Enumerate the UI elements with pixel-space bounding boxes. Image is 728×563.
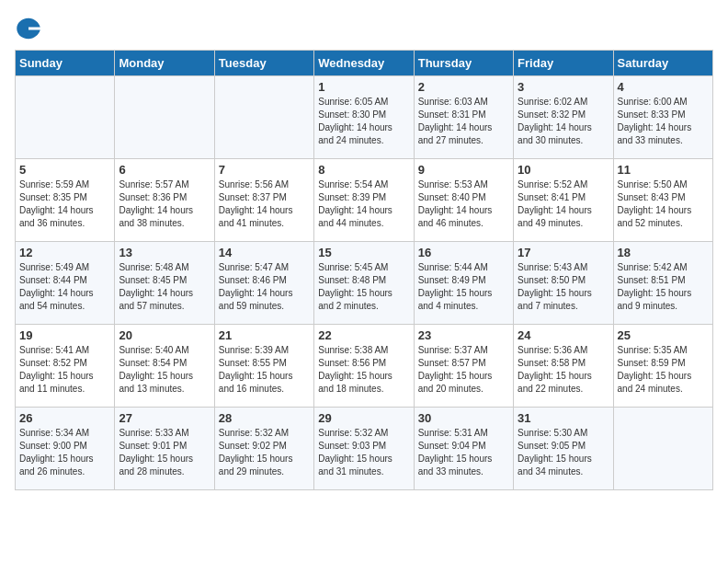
- day-number: 10: [518, 163, 609, 177]
- day-number: 29: [318, 411, 409, 425]
- day-cell: 27Sunrise: 5:33 AM Sunset: 9:01 PM Dayli…: [115, 408, 214, 490]
- logo-icon: [15, 15, 42, 42]
- header-cell-thursday: Thursday: [414, 51, 513, 76]
- day-info: Sunrise: 5:30 AM Sunset: 9:05 PM Dayligh…: [518, 427, 609, 478]
- calendar-table: SundayMondayTuesdayWednesdayThursdayFrid…: [15, 50, 713, 490]
- day-number: 1: [318, 80, 409, 94]
- week-row-5: 26Sunrise: 5:34 AM Sunset: 9:00 PM Dayli…: [16, 408, 713, 490]
- day-cell: 31Sunrise: 5:30 AM Sunset: 9:05 PM Dayli…: [514, 408, 613, 490]
- day-cell: 10Sunrise: 5:52 AM Sunset: 8:41 PM Dayli…: [514, 159, 613, 242]
- day-number: 30: [418, 411, 509, 425]
- day-number: 21: [219, 328, 310, 342]
- day-info: Sunrise: 5:54 AM Sunset: 8:39 PM Dayligh…: [318, 178, 409, 230]
- day-info: Sunrise: 5:32 AM Sunset: 9:03 PM Dayligh…: [318, 427, 409, 478]
- day-cell: 8Sunrise: 5:54 AM Sunset: 8:39 PM Daylig…: [314, 159, 414, 242]
- day-cell: 9Sunrise: 5:53 AM Sunset: 8:40 PM Daylig…: [414, 159, 513, 242]
- day-info: Sunrise: 5:45 AM Sunset: 8:48 PM Dayligh…: [318, 261, 409, 313]
- day-cell: 3Sunrise: 6:02 AM Sunset: 8:32 PM Daylig…: [514, 76, 613, 159]
- calendar-header: SundayMondayTuesdayWednesdayThursdayFrid…: [16, 51, 713, 76]
- day-info: Sunrise: 5:48 AM Sunset: 8:45 PM Dayligh…: [119, 261, 210, 313]
- day-cell: 20Sunrise: 5:40 AM Sunset: 8:54 PM Dayli…: [115, 325, 214, 408]
- day-cell: 24Sunrise: 5:36 AM Sunset: 8:58 PM Dayli…: [514, 325, 613, 408]
- day-info: Sunrise: 6:05 AM Sunset: 8:30 PM Dayligh…: [318, 96, 409, 147]
- header-cell-tuesday: Tuesday: [214, 51, 313, 76]
- day-info: Sunrise: 5:35 AM Sunset: 8:59 PM Dayligh…: [618, 344, 709, 396]
- day-cell: [214, 76, 313, 159]
- day-cell: 1Sunrise: 6:05 AM Sunset: 8:30 PM Daylig…: [314, 76, 414, 159]
- day-cell: 15Sunrise: 5:45 AM Sunset: 8:48 PM Dayli…: [314, 242, 414, 325]
- day-number: 8: [318, 163, 409, 177]
- day-number: 25: [618, 328, 709, 342]
- day-number: 4: [618, 80, 709, 94]
- week-row-3: 12Sunrise: 5:49 AM Sunset: 8:44 PM Dayli…: [16, 242, 713, 325]
- day-number: 6: [119, 163, 210, 177]
- header-cell-saturday: Saturday: [613, 51, 712, 76]
- day-cell: 30Sunrise: 5:31 AM Sunset: 9:04 PM Dayli…: [414, 408, 513, 490]
- day-number: 12: [19, 246, 110, 259]
- day-info: Sunrise: 5:40 AM Sunset: 8:54 PM Dayligh…: [119, 344, 210, 396]
- day-info: Sunrise: 5:44 AM Sunset: 8:49 PM Dayligh…: [418, 261, 509, 313]
- week-row-2: 5Sunrise: 5:59 AM Sunset: 8:35 PM Daylig…: [16, 159, 713, 242]
- day-cell: 14Sunrise: 5:47 AM Sunset: 8:46 PM Dayli…: [214, 242, 313, 325]
- day-info: Sunrise: 5:32 AM Sunset: 9:02 PM Dayligh…: [219, 427, 310, 478]
- day-number: 18: [618, 246, 709, 259]
- day-number: 3: [518, 80, 609, 94]
- day-info: Sunrise: 5:36 AM Sunset: 8:58 PM Dayligh…: [518, 344, 609, 396]
- day-info: Sunrise: 5:37 AM Sunset: 8:57 PM Dayligh…: [418, 344, 509, 396]
- day-info: Sunrise: 5:42 AM Sunset: 8:51 PM Dayligh…: [618, 261, 709, 313]
- day-cell: 19Sunrise: 5:41 AM Sunset: 8:52 PM Dayli…: [16, 325, 115, 408]
- day-info: Sunrise: 5:50 AM Sunset: 8:43 PM Dayligh…: [618, 178, 709, 230]
- day-cell: 21Sunrise: 5:39 AM Sunset: 8:55 PM Dayli…: [214, 325, 313, 408]
- day-info: Sunrise: 5:57 AM Sunset: 8:36 PM Dayligh…: [119, 178, 210, 230]
- day-number: 17: [518, 246, 609, 259]
- day-cell: 17Sunrise: 5:43 AM Sunset: 8:50 PM Dayli…: [514, 242, 613, 325]
- day-info: Sunrise: 5:59 AM Sunset: 8:35 PM Dayligh…: [19, 178, 110, 230]
- day-number: 23: [418, 328, 509, 342]
- day-info: Sunrise: 6:03 AM Sunset: 8:31 PM Dayligh…: [418, 96, 509, 147]
- day-cell: 11Sunrise: 5:50 AM Sunset: 8:43 PM Dayli…: [613, 159, 712, 242]
- day-cell: 26Sunrise: 5:34 AM Sunset: 9:00 PM Dayli…: [16, 408, 115, 490]
- day-info: Sunrise: 5:34 AM Sunset: 9:00 PM Dayligh…: [19, 427, 110, 478]
- day-cell: 2Sunrise: 6:03 AM Sunset: 8:31 PM Daylig…: [414, 76, 513, 159]
- day-number: 15: [318, 246, 409, 259]
- header-cell-sunday: Sunday: [16, 51, 115, 76]
- day-cell: [115, 76, 214, 159]
- day-info: Sunrise: 5:43 AM Sunset: 8:50 PM Dayligh…: [518, 261, 609, 313]
- day-info: Sunrise: 5:47 AM Sunset: 8:46 PM Dayligh…: [219, 261, 310, 313]
- day-cell: 25Sunrise: 5:35 AM Sunset: 8:59 PM Dayli…: [613, 325, 712, 408]
- header-cell-friday: Friday: [514, 51, 613, 76]
- day-number: 28: [219, 411, 310, 425]
- day-info: Sunrise: 5:41 AM Sunset: 8:52 PM Dayligh…: [19, 344, 110, 396]
- day-cell: 13Sunrise: 5:48 AM Sunset: 8:45 PM Dayli…: [115, 242, 214, 325]
- day-number: 2: [418, 80, 509, 94]
- day-number: 9: [418, 163, 509, 177]
- day-info: Sunrise: 5:39 AM Sunset: 8:55 PM Dayligh…: [219, 344, 310, 396]
- day-info: Sunrise: 5:38 AM Sunset: 8:56 PM Dayligh…: [318, 344, 409, 396]
- day-number: 20: [119, 328, 210, 342]
- week-row-4: 19Sunrise: 5:41 AM Sunset: 8:52 PM Dayli…: [16, 325, 713, 408]
- day-number: 19: [19, 328, 110, 342]
- day-cell: 23Sunrise: 5:37 AM Sunset: 8:57 PM Dayli…: [414, 325, 513, 408]
- day-number: 7: [219, 163, 310, 177]
- day-info: Sunrise: 5:49 AM Sunset: 8:44 PM Dayligh…: [19, 261, 110, 313]
- day-info: Sunrise: 6:00 AM Sunset: 8:33 PM Dayligh…: [618, 96, 709, 147]
- week-row-1: 1Sunrise: 6:05 AM Sunset: 8:30 PM Daylig…: [16, 76, 713, 159]
- day-info: Sunrise: 6:02 AM Sunset: 8:32 PM Dayligh…: [518, 96, 609, 147]
- day-info: Sunrise: 5:52 AM Sunset: 8:41 PM Dayligh…: [518, 178, 609, 230]
- day-cell: [613, 408, 712, 490]
- calendar-body: 1Sunrise: 6:05 AM Sunset: 8:30 PM Daylig…: [16, 76, 713, 490]
- day-cell: 22Sunrise: 5:38 AM Sunset: 8:56 PM Dayli…: [314, 325, 414, 408]
- day-cell: 4Sunrise: 6:00 AM Sunset: 8:33 PM Daylig…: [613, 76, 712, 159]
- day-cell: 29Sunrise: 5:32 AM Sunset: 9:03 PM Dayli…: [314, 408, 414, 490]
- day-info: Sunrise: 5:31 AM Sunset: 9:04 PM Dayligh…: [418, 427, 509, 478]
- day-info: Sunrise: 5:56 AM Sunset: 8:37 PM Dayligh…: [219, 178, 310, 230]
- day-number: 22: [318, 328, 409, 342]
- day-cell: 6Sunrise: 5:57 AM Sunset: 8:36 PM Daylig…: [115, 159, 214, 242]
- day-number: 11: [618, 163, 709, 177]
- day-number: 31: [518, 411, 609, 425]
- day-number: 26: [19, 411, 110, 425]
- day-cell: 16Sunrise: 5:44 AM Sunset: 8:49 PM Dayli…: [414, 242, 513, 325]
- day-cell: 7Sunrise: 5:56 AM Sunset: 8:37 PM Daylig…: [214, 159, 313, 242]
- header-cell-monday: Monday: [115, 51, 214, 76]
- day-number: 13: [119, 246, 210, 259]
